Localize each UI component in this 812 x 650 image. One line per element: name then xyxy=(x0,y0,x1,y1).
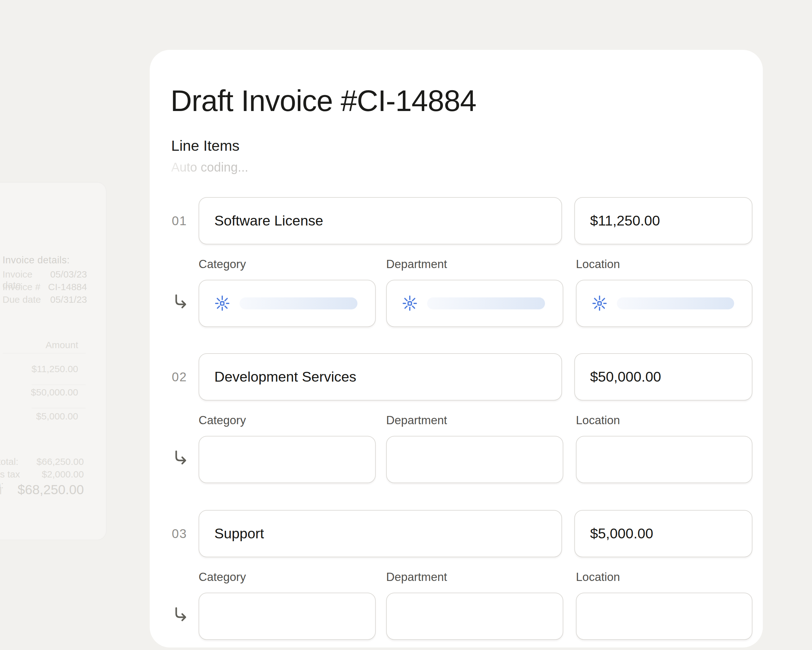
panel-divider xyxy=(32,384,86,385)
category-label: Category xyxy=(198,258,246,271)
item-name-field[interactable]: Software License xyxy=(198,197,562,245)
page-title: Draft Invoice #CI-14884 xyxy=(171,84,476,118)
item-amount-value: $11,250.00 xyxy=(590,213,660,229)
due-date-label: Due date xyxy=(3,294,41,305)
department-label: Department xyxy=(386,258,447,271)
item-name-value: Software License xyxy=(214,213,323,229)
item-number: 03 xyxy=(172,510,196,557)
item-amount-field[interactable]: $11,250.00 xyxy=(574,197,752,245)
item-amount-field[interactable]: $5,000.00 xyxy=(574,510,752,557)
department-field-loading[interactable] xyxy=(386,280,563,327)
category-label: Category xyxy=(198,570,246,584)
item-amount-field[interactable]: $50,000.00 xyxy=(574,353,752,401)
item-name-field[interactable]: Support xyxy=(198,510,562,557)
panel-divider xyxy=(3,353,86,353)
category-field-empty[interactable] xyxy=(198,593,376,640)
sales-tax-row: Sales tax (8%): $2,000.00 xyxy=(0,469,84,481)
location-field-empty[interactable] xyxy=(576,436,752,483)
nested-row-arrow-icon xyxy=(173,450,188,467)
item-number: 01 xyxy=(172,197,196,245)
ai-sparkle-icon xyxy=(591,295,608,312)
item-amount-value: $5,000.00 xyxy=(590,525,653,542)
item-name-field[interactable]: Development Services xyxy=(198,353,562,401)
department-label: Department xyxy=(386,570,447,584)
loading-shimmer-bar xyxy=(427,297,545,309)
category-label: Category xyxy=(198,414,246,427)
total-due-value: $68,250.00 xyxy=(18,482,84,497)
amount-value-2: $50,000.00 xyxy=(31,387,78,398)
location-label: Location xyxy=(576,570,620,584)
location-field-loading[interactable] xyxy=(576,280,752,327)
invoice-date-value: 05/03/23 xyxy=(50,269,87,280)
loading-shimmer-bar xyxy=(617,297,734,309)
department-field-empty[interactable] xyxy=(386,436,563,483)
department-field-empty[interactable] xyxy=(386,593,563,640)
invoice-number-row: Invoice # CI-14884 xyxy=(3,281,87,293)
amount-value-3: $5,000.00 xyxy=(36,411,78,422)
nested-row-arrow-icon xyxy=(173,607,188,624)
location-label: Location xyxy=(576,258,620,271)
item-amount-value: $50,000.00 xyxy=(590,369,661,385)
amount-column-header: Amount xyxy=(46,340,78,350)
auto-coding-status: Auto coding... xyxy=(171,160,249,174)
subtotal-label: Subtotal: xyxy=(0,456,18,467)
total-due-label: Total due: xyxy=(0,485,18,508)
line-item-row: 01 Software License $11,250.00 Category … xyxy=(150,197,763,333)
subtotal-row: Subtotal: $66,250.00 xyxy=(0,456,84,468)
nested-row-arrow-icon xyxy=(173,294,188,310)
department-label: Department xyxy=(386,414,447,427)
item-name-value: Support xyxy=(214,525,264,542)
sales-tax-value: $2,000.00 xyxy=(42,469,84,480)
line-item-row: 03 Support $5,000.00 Category Department… xyxy=(150,510,763,645)
line-items-heading: Line Items xyxy=(171,137,240,154)
invoice-details-heading: Invoice details: xyxy=(3,254,70,266)
subtotal-value: $66,250.00 xyxy=(37,456,84,467)
item-number: 02 xyxy=(172,353,196,401)
invoice-details-panel: Invoice details: Invoice date 05/03/23 I… xyxy=(0,182,107,540)
amount-value-1: $11,250.00 xyxy=(32,364,78,374)
draft-invoice-card: Draft Invoice #CI-14884 Line Items Auto … xyxy=(150,50,763,647)
due-date-value: 05/31/23 xyxy=(50,294,87,305)
invoice-date-row: Invoice date 05/03/23 xyxy=(3,269,87,280)
item-name-value: Development Services xyxy=(214,369,356,385)
panel-divider xyxy=(32,408,86,408)
line-item-row: 02 Development Services $50,000.00 Categ… xyxy=(150,353,763,489)
location-field-empty[interactable] xyxy=(576,593,752,640)
loading-shimmer-bar xyxy=(240,297,357,309)
category-field-loading[interactable] xyxy=(198,280,376,327)
due-date-row: Due date 05/31/23 xyxy=(3,294,87,306)
invoice-number-value: CI-14884 xyxy=(48,281,87,292)
category-field-empty[interactable] xyxy=(198,436,376,483)
total-due-row: Total due: $68,250.00 xyxy=(0,482,84,494)
ai-sparkle-icon xyxy=(214,295,231,312)
invoice-number-label: Invoice # xyxy=(3,281,40,292)
ai-sparkle-icon xyxy=(401,295,418,312)
location-label: Location xyxy=(576,414,620,427)
